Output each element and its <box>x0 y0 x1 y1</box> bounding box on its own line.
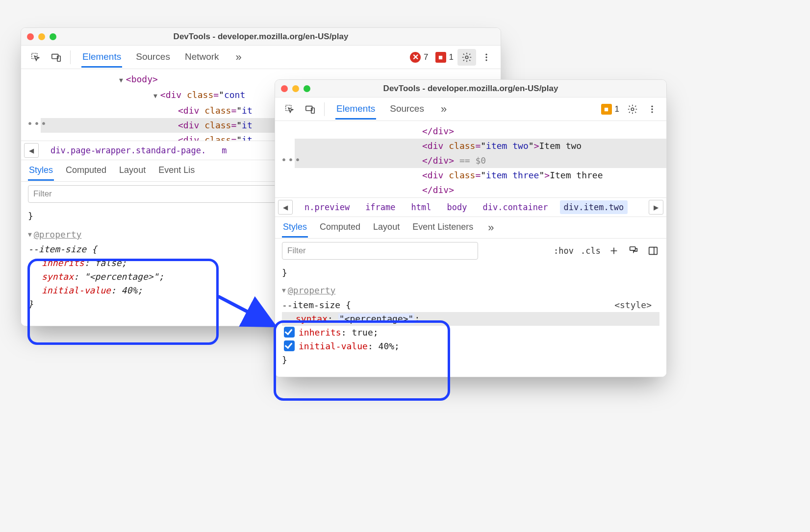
dom-class-attr: class <box>187 90 213 100</box>
prop-inherits-key: inherits <box>299 327 341 338</box>
maximize-icon[interactable] <box>304 85 310 92</box>
dom-body-tag: body <box>131 74 152 84</box>
dollar-zero: == $0 <box>459 155 486 166</box>
error-icon: ✕ <box>410 52 421 63</box>
breadcrumb-1[interactable]: iframe <box>361 200 399 214</box>
breadcrumb-2[interactable]: m <box>218 144 230 157</box>
device-icon[interactable] <box>301 101 320 118</box>
close-icon[interactable] <box>27 33 34 40</box>
issues-badge[interactable]: ■ 1 <box>601 104 619 115</box>
subtab-layout[interactable]: Layout <box>118 161 147 181</box>
style-source-link[interactable]: <style> <box>614 298 652 312</box>
subtab-styles[interactable]: Styles <box>28 161 54 181</box>
paint-icon[interactable] <box>627 244 640 257</box>
subtab-event-listeners[interactable]: Event Lis <box>157 161 196 181</box>
subtab-event-listeners[interactable]: Event Listeners <box>411 218 474 238</box>
titlebar[interactable]: DevTools - developer.mozilla.org/en-US/p… <box>275 80 666 97</box>
errors-count: 7 <box>424 52 428 62</box>
prop-initial-val: 40% <box>122 285 138 295</box>
cls-toggle[interactable]: .cls <box>581 246 601 256</box>
more-menu-icon[interactable] <box>477 49 496 66</box>
breadcrumb-3[interactable]: body <box>443 200 471 214</box>
overflow-tabs-icon[interactable]: » <box>233 51 245 64</box>
styles-pane[interactable]: } ▼@property --item-size { <style> synta… <box>275 263 666 377</box>
dom-class-val: cont <box>224 90 245 100</box>
tab-sources[interactable]: Sources <box>135 47 171 68</box>
device-icon[interactable] <box>47 49 66 66</box>
traffic-lights <box>27 33 56 40</box>
more-menu-icon[interactable] <box>643 101 661 118</box>
breadcrumb-2[interactable]: html <box>407 200 435 214</box>
tab-sources[interactable]: Sources <box>389 98 425 120</box>
overflow-subtabs-icon[interactable]: » <box>485 221 497 234</box>
settings-icon[interactable] <box>457 49 476 66</box>
svg-point-13 <box>651 111 653 113</box>
crumb-left-icon[interactable]: ◀ <box>278 200 293 215</box>
errors-badge[interactable]: ✕ 7 <box>410 52 428 63</box>
svg-point-4 <box>485 53 487 55</box>
titlebar[interactable]: DevTools - developer.mozilla.org/en-US/p… <box>21 28 501 46</box>
issues-badge[interactable]: ■ 1 <box>435 52 454 63</box>
inspect-icon[interactable] <box>26 49 46 66</box>
minimize-icon[interactable] <box>292 85 299 92</box>
tab-elements[interactable]: Elements <box>81 47 122 68</box>
hov-toggle[interactable]: :hov <box>554 246 574 256</box>
at-property-link[interactable]: @property <box>288 285 336 295</box>
subtab-styles[interactable]: Styles <box>282 218 308 238</box>
styles-subtabs: Styles Computed Layout Event Listeners » <box>275 217 666 239</box>
dom-tree[interactable]: ••• </div> <div class="item two">Item tw… <box>275 121 666 197</box>
prop-initial-key: initial-value <box>42 285 111 295</box>
close-icon[interactable] <box>281 85 288 92</box>
prop-syntax-key: syntax <box>42 271 74 282</box>
subtab-computed[interactable]: Computed <box>65 161 107 181</box>
devtools-window-2: DevTools - developer.mozilla.org/en-US/p… <box>275 79 667 377</box>
settings-icon[interactable] <box>623 101 642 118</box>
at-property-link[interactable]: @property <box>34 229 82 240</box>
panel-tabs: Elements Sources Network » <box>81 47 245 68</box>
issues-count: 1 <box>449 52 454 62</box>
panel-toggle-icon[interactable] <box>647 244 659 257</box>
svg-rect-14 <box>630 247 635 250</box>
prop-syntax-val[interactable]: "<percentage>" <box>338 314 415 324</box>
tab-elements[interactable]: Elements <box>335 98 376 120</box>
initial-checkbox[interactable] <box>284 340 295 351</box>
subtab-computed[interactable]: Computed <box>319 218 361 238</box>
dom-item1: it <box>242 105 253 116</box>
main-toolbar: Elements Sources » ■ 1 <box>275 97 666 121</box>
traffic-lights <box>281 85 310 92</box>
rule-selector: --item-size { <box>282 300 351 310</box>
svg-point-3 <box>465 56 468 59</box>
breadcrumb-1[interactable]: div.page-wrapper.standard-page. <box>47 144 210 157</box>
svg-point-12 <box>651 108 653 110</box>
prop-syntax-val: "<percentage>" <box>84 271 159 282</box>
prop-initial-val: 40% <box>379 341 395 351</box>
scroll-indicator-icon: ••• <box>27 116 48 131</box>
crumb-right-icon[interactable]: ▶ <box>649 200 663 215</box>
svg-point-11 <box>651 105 653 107</box>
new-style-icon[interactable] <box>608 244 620 257</box>
prop-initial-key: initial-value <box>299 341 368 351</box>
filter-row: :hov .cls <box>275 239 666 263</box>
breadcrumb-0[interactable]: n.preview <box>301 200 354 214</box>
dom-item2: it <box>242 120 253 130</box>
tab-network[interactable]: Network <box>184 47 220 68</box>
overflow-tabs-icon[interactable]: » <box>438 103 450 116</box>
maximize-icon[interactable] <box>50 33 56 40</box>
inherits-checkbox[interactable] <box>284 327 295 338</box>
dom-item-three-text: Item three <box>550 170 603 180</box>
dom-class-attr: class <box>449 141 475 151</box>
dom-div-tag: div <box>428 141 444 151</box>
breadcrumb-5[interactable]: div.item.two <box>560 200 628 214</box>
filter-input[interactable] <box>282 242 478 260</box>
svg-point-6 <box>485 59 487 61</box>
subtab-layout[interactable]: Layout <box>372 218 401 238</box>
window-title: DevTools - developer.mozilla.org/en-US/p… <box>21 32 501 42</box>
prop-inherits-val: false <box>95 258 121 268</box>
prop-inherits-val: true <box>352 327 373 338</box>
inspect-icon[interactable] <box>280 101 300 118</box>
minimize-icon[interactable] <box>38 33 45 40</box>
breadcrumb-4[interactable]: div.container <box>479 200 552 214</box>
crumb-left-icon[interactable]: ◀ <box>24 143 39 158</box>
dom-item-two-text: Item two <box>539 141 582 151</box>
issue-icon: ■ <box>435 52 446 63</box>
